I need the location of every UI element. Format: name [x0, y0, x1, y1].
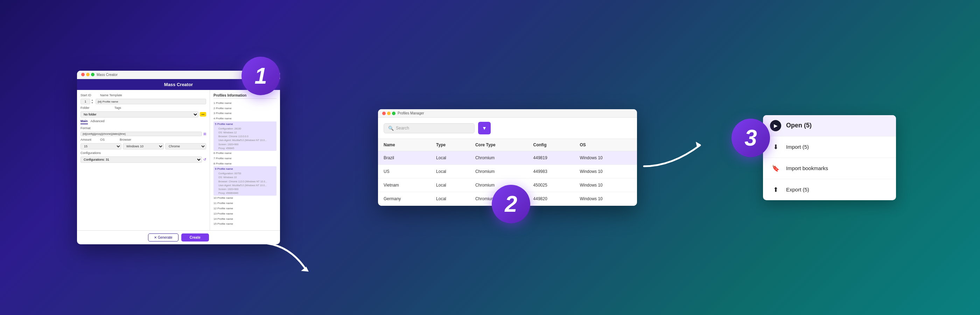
cell-config: 449983 [528, 165, 574, 178]
step2-badge: 2 [492, 185, 530, 223]
step1-container: 1 Mass Creator Mass Creator [77, 71, 294, 244]
format-input[interactable]: {id}{config}{proxy}{chrome}{dates}{time} [81, 132, 202, 136]
configurations-label-row: Configurations [81, 151, 206, 155]
cell-type: Local [431, 151, 470, 165]
mc-body: Start ID Name Template 1 ▲ ▼ [77, 90, 280, 230]
search-icon: 🔍 [388, 126, 394, 131]
profile-item-11: 11 Profile name [213, 201, 277, 206]
profile-item-10: 10 Profile name [213, 196, 277, 201]
profile-item-15: 15 Profile name [213, 221, 277, 227]
pm-search-box[interactable]: 🔍 Search [383, 123, 475, 134]
col-os: OS [574, 139, 637, 151]
cell-core-type: Chromium [470, 165, 528, 178]
amount-label: Amount [81, 138, 98, 142]
cell-name: US [378, 165, 431, 178]
grid-icon[interactable]: ⊞ [204, 132, 206, 136]
profile-item-4: 4 Profile name [213, 116, 277, 121]
table-row[interactable]: US Local Chromium 449983 Windows 10 [378, 165, 637, 178]
profile-item-13: 13 Profile name [213, 212, 277, 216]
menu-item-export[interactable]: ⬆ Export (5) [763, 179, 896, 200]
start-id-input[interactable]: 1 [81, 99, 90, 104]
cell-config: 450025 [528, 178, 574, 192]
folder-label: Folder [81, 106, 98, 110]
menu-item-import-bookmarks[interactable]: 🔖 Import bookmarks [763, 158, 896, 179]
profile-item-3: 3 Profile name [213, 111, 277, 116]
profile-item-8: 8 Profile name [213, 161, 277, 167]
arrow1 [252, 239, 315, 276]
os-select[interactable]: Windows 10 [123, 143, 164, 150]
configurations-row: Configurations: 31 ↺ [81, 156, 206, 163]
amount-os-browser-labels: Amount OS Browser [81, 138, 206, 142]
cell-core-type: Chromium [470, 151, 528, 165]
filter-button[interactable]: ▼ [478, 122, 491, 134]
browser-select[interactable]: Chrome [165, 143, 206, 150]
refresh-icon[interactable]: ↺ [204, 158, 206, 161]
format-label: Format [81, 126, 98, 130]
col-config: Config [528, 139, 574, 151]
col-type: Type [431, 139, 470, 151]
filter-icon: ▼ [482, 125, 487, 131]
profile-item-5: 5 Profile name Configuration: 28100 OS: … [213, 121, 277, 151]
menu-import-label: Import (5) [786, 144, 809, 150]
name-template-input[interactable]: {id} Profile name [95, 99, 206, 104]
cell-config: 449819 [528, 151, 574, 165]
profile-item-7: 7 Profile name [213, 156, 277, 161]
mass-creator-window: Mass Creator Mass Creator Start ID Name … [77, 71, 280, 244]
tab-main[interactable]: Main [81, 119, 88, 124]
pm-maximize-dot [392, 111, 396, 115]
amount-os-browser-inputs: 15 Windows 10 Chrome [81, 143, 206, 150]
minimize-dot [86, 73, 90, 76]
step3-badge: 3 [732, 119, 770, 157]
cell-name: Vietnam [378, 178, 431, 192]
profile-item-9: 9 Profile name Configuration: 00753 OS: … [213, 166, 277, 196]
start-id-inputs: 1 ▲ ▼ {id} Profile name [81, 99, 206, 104]
maximize-dot [91, 73, 94, 76]
profile-item-1: 1 Profile name [213, 101, 277, 106]
create-button[interactable]: Create [181, 234, 209, 242]
context-menu: ▶ Open (5) ☛ ⬇ Import (5) 🔖 Import bookm… [763, 115, 896, 200]
cell-os: Windows 10 [574, 178, 637, 192]
step2-container: Profiles Manager 🔍 Search ▼ Name Type [378, 109, 644, 206]
cell-type: Local [431, 192, 470, 206]
folder-tags-row: No folder ••• [81, 111, 206, 118]
step1-badge: 1 [242, 57, 280, 95]
col-name: Name [378, 139, 431, 151]
menu-item-open[interactable]: ▶ Open (5) ☛ [763, 115, 896, 137]
cell-os: Windows 10 [574, 192, 637, 206]
pm-toolbar: 🔍 Search ▼ [378, 118, 637, 138]
mc-footer: ✕ Generate Create [77, 230, 280, 244]
cell-type: Local [431, 178, 470, 192]
download-icon: ⬇ [770, 142, 781, 153]
profiles-section-title: Profiles Information [213, 94, 277, 99]
profile-item-2: 2 Profile name [213, 106, 277, 111]
table-row[interactable]: Brazil Local Chromium 449819 Windows 10 [378, 151, 637, 165]
generate-button[interactable]: ✕ Generate [148, 234, 178, 242]
start-id-down[interactable]: ▼ [91, 102, 94, 104]
profile-item-6: 6 Profile name [213, 151, 277, 156]
step3-container: 3 ▶ Open (5) ☛ ⬇ Import (5) 🔖 Import boo… [728, 115, 903, 200]
close-dot [81, 73, 85, 76]
pm-close-dot [382, 111, 386, 115]
cell-os: Windows 10 [574, 165, 637, 178]
mc-tabs: Main Advanced [81, 119, 206, 124]
amount-input[interactable]: 15 [81, 143, 121, 150]
cell-config: 449820 [528, 192, 574, 206]
start-id-up[interactable]: ▲ [91, 99, 94, 101]
tab-advanced[interactable]: Advanced [91, 119, 105, 124]
play-icon: ▶ [770, 120, 781, 131]
titlebar-dots [81, 73, 94, 76]
menu-export-label: Export (5) [786, 186, 809, 192]
pm-titlebar-dots [382, 111, 396, 115]
folder-select[interactable]: No folder [81, 111, 199, 118]
configurations-label: Configurations [81, 151, 101, 155]
tags-button[interactable]: ••• [200, 112, 206, 116]
configurations-select[interactable]: Configurations: 31 [81, 156, 202, 163]
cell-os: Windows 10 [574, 151, 637, 165]
menu-item-import[interactable]: ⬇ Import (5) [763, 137, 896, 158]
arrow2 [637, 138, 714, 175]
window-title: Mass Creator [97, 73, 118, 76]
name-template-label: Name Template [100, 94, 128, 97]
start-id-label: Start ID [81, 94, 98, 97]
format-input-row: {id}{config}{proxy}{chrome}{dates}{time}… [81, 132, 206, 136]
start-id-row: Start ID Name Template [81, 94, 206, 97]
